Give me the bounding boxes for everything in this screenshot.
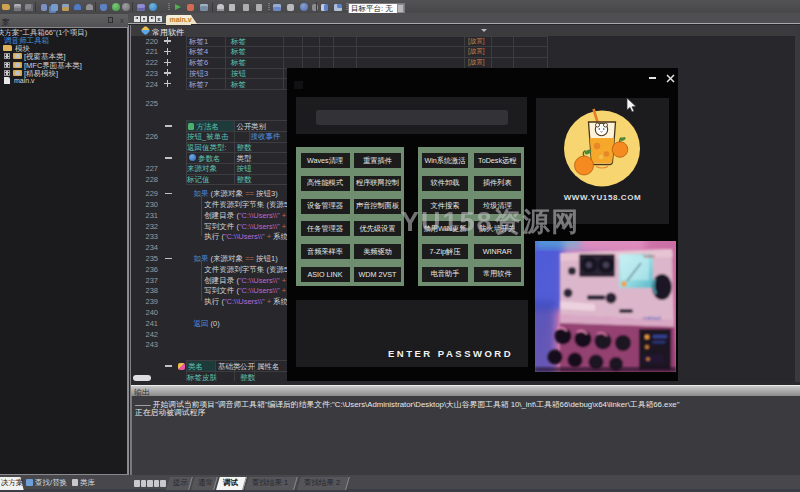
svg-text:Valve: Valve (643, 253, 656, 259)
